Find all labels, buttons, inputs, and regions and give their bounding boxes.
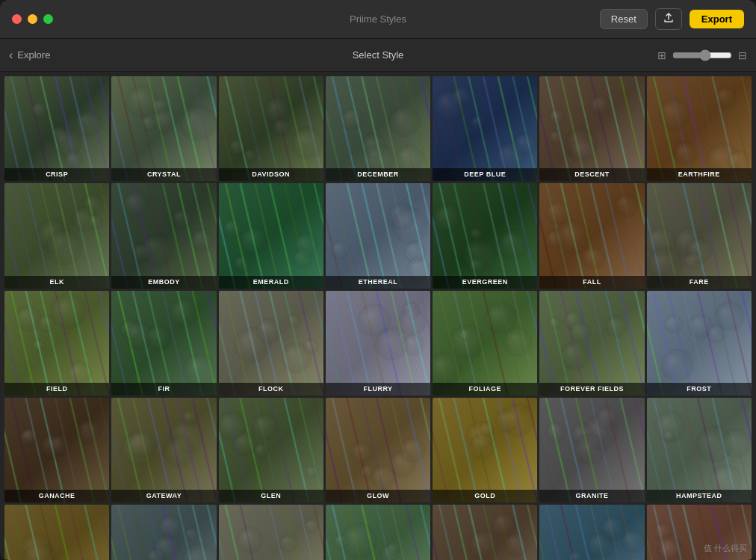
traffic-lights — [12, 14, 53, 24]
style-item-field[interactable]: FIELD — [4, 291, 109, 396]
style-thumb-ganache — [4, 398, 109, 502]
style-item-deepblue[interactable]: DEEP BLUE — [433, 76, 537, 181]
maximize-button[interactable] — [43, 14, 53, 24]
back-button[interactable]: ‹ Explore — [9, 49, 50, 62]
style-label-december: DECEMBER — [326, 168, 430, 181]
style-item-descent[interactable]: DESCENT — [539, 76, 644, 181]
style-label-glen: GLEN — [219, 490, 323, 502]
style-label-fall: FALL — [539, 276, 644, 289]
style-thumb-flurry — [326, 291, 430, 396]
style-label-crisp: CRISP — [4, 168, 109, 181]
style-item-fir[interactable]: FIR — [111, 291, 216, 396]
style-item-gold[interactable]: GOLD — [433, 398, 537, 502]
style-label-hampstead: HAMPSTEAD — [647, 490, 752, 502]
explore-label: Explore — [17, 49, 50, 61]
style-item-hampstead[interactable]: HAMPSTEAD — [647, 398, 752, 502]
style-item-frost[interactable]: FROST — [647, 291, 752, 396]
style-label-evergreen: EVERGREEN — [433, 276, 537, 289]
style-thumb-fir — [111, 291, 216, 396]
grid-large-icon[interactable]: ⊟ — [738, 49, 747, 61]
style-thumb-crisp — [4, 76, 109, 181]
titlebar-actions: Reset Export — [600, 8, 744, 30]
watermark: 值 什么得买 — [704, 543, 747, 554]
style-label-davidson: DAVIDSON — [219, 168, 323, 181]
style-item-ethereal[interactable]: ETHEREAL — [326, 183, 430, 288]
style-thumb-evergreen — [433, 183, 537, 288]
close-button[interactable] — [12, 14, 22, 24]
style-item-evergreen[interactable]: EVERGREEN — [433, 183, 537, 288]
size-slider-container — [672, 49, 732, 61]
style-thumb-hikari — [219, 505, 323, 560]
style-item-fall[interactable]: FALL — [539, 183, 644, 288]
style-label-glow: GLOW — [326, 490, 430, 502]
style-item-journey[interactable]: JOURNEY — [433, 505, 537, 560]
style-item-ganache[interactable]: GANACHE — [4, 398, 109, 502]
style-label-deepblue: DEEP BLUE — [433, 168, 537, 181]
style-thumb-honduras — [326, 505, 430, 560]
style-thumb-december — [326, 76, 430, 181]
style-item-hikari[interactable]: HIKARI — [219, 505, 323, 560]
grid-small-icon[interactable]: ⊞ — [657, 49, 666, 61]
style-label-flock: FLOCK — [219, 383, 323, 396]
style-label-fir: FIR — [111, 383, 216, 396]
style-thumb-foreverfields — [539, 291, 644, 396]
style-item-glen[interactable]: GLEN — [219, 398, 323, 502]
style-thumb-ethereal — [326, 183, 430, 288]
style-item-granite[interactable]: GRANITE — [539, 398, 644, 502]
style-item-elk[interactable]: ELK — [4, 183, 109, 288]
style-item-honduras[interactable]: HONDURAS — [326, 505, 430, 560]
style-thumb-journey — [433, 505, 537, 560]
style-label-field: FIELD — [4, 383, 109, 396]
style-item-foreverfields[interactable]: FOREVER FIELDS — [539, 291, 644, 396]
style-item-lake[interactable]: LAKE — [539, 505, 644, 560]
style-item-december[interactable]: DECEMBER — [326, 76, 430, 181]
style-thumb-foliage — [433, 291, 537, 396]
style-thumb-fare — [647, 183, 752, 288]
style-item-emerald[interactable]: EMERALD — [219, 183, 323, 288]
reset-button[interactable]: Reset — [600, 9, 648, 29]
share-icon — [663, 13, 674, 23]
toolbar: ‹ Explore Select Style ⊞ ⊟ — [0, 39, 756, 72]
styles-grid: CRISPCRYSTALDAVIDSONDECEMBERDEEP BLUEDES… — [3, 75, 753, 560]
style-thumb-frost — [647, 291, 752, 396]
styles-grid-container[interactable]: CRISPCRYSTALDAVIDSONDECEMBERDEEP BLUEDES… — [0, 72, 756, 560]
style-thumb-elk — [4, 183, 109, 288]
style-label-descent: DESCENT — [539, 168, 644, 181]
style-thumb-fall — [539, 183, 644, 288]
style-item-davidson[interactable]: DAVIDSON — [219, 76, 323, 181]
style-label-gold: GOLD — [433, 490, 537, 502]
style-thumb-harvest — [4, 505, 109, 560]
style-thumb-hex — [111, 505, 216, 560]
grid-size-slider[interactable] — [672, 49, 732, 61]
style-item-flock[interactable]: FLOCK — [219, 291, 323, 396]
window-title: Priime Styles — [350, 13, 406, 25]
style-thumb-embody — [111, 183, 216, 288]
style-thumb-granite — [539, 398, 644, 502]
minimize-button[interactable] — [28, 14, 37, 24]
style-item-earthfire[interactable]: EARTHFIRE — [647, 76, 752, 181]
style-label-elk: ELK — [4, 276, 109, 289]
style-item-flurry[interactable]: FLURRY — [326, 291, 430, 396]
style-item-glow[interactable]: GLOW — [326, 398, 430, 502]
style-item-crystal[interactable]: CRYSTAL — [111, 76, 216, 181]
style-thumb-gold — [433, 398, 537, 502]
style-item-hex[interactable]: HEX — [111, 505, 216, 560]
style-label-fare: FARE — [647, 276, 752, 289]
style-thumb-descent — [539, 76, 644, 181]
style-item-fare[interactable]: FARE — [647, 183, 752, 288]
style-item-embody[interactable]: EMBODY — [111, 183, 216, 288]
style-item-crisp[interactable]: CRISP — [4, 76, 109, 181]
style-thumb-lake — [539, 505, 644, 560]
style-item-foliage[interactable]: FOLIAGE — [433, 291, 537, 396]
style-thumb-crystal — [111, 76, 216, 181]
style-thumb-field — [4, 291, 109, 396]
style-item-gateway[interactable]: GATEWAY — [111, 398, 216, 502]
style-item-harvest[interactable]: HARVEST — [4, 505, 109, 560]
style-thumb-glen — [219, 398, 323, 502]
style-thumb-emerald — [219, 183, 323, 288]
export-button[interactable]: Export — [690, 10, 744, 28]
style-label-frost: FROST — [647, 383, 752, 396]
titlebar: Priime Styles Reset Export — [0, 0, 756, 39]
style-label-granite: GRANITE — [539, 490, 644, 502]
share-button[interactable] — [655, 8, 682, 30]
